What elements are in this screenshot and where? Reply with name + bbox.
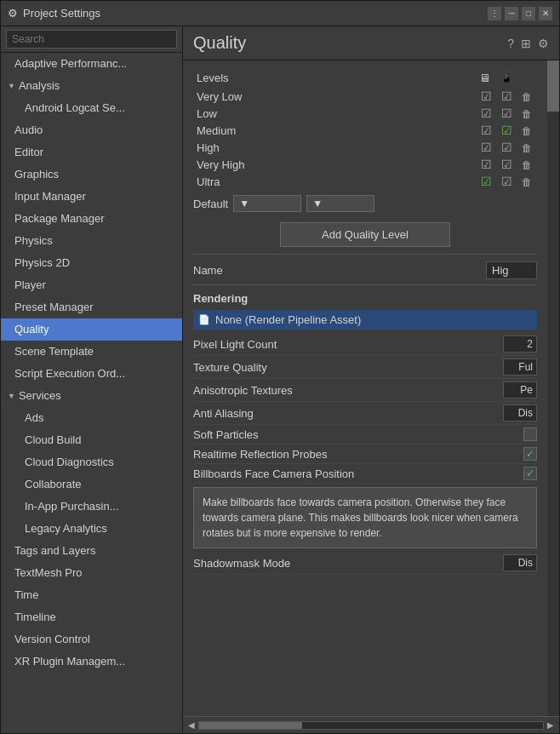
render-pipeline-row[interactable]: 📄 None (Render Pipeline Asset) bbox=[193, 310, 537, 330]
search-input[interactable] bbox=[6, 30, 177, 49]
property-row-anisotropic: Anisotropic Textures Pe bbox=[193, 379, 537, 402]
sidebar-item-package-manager[interactable]: Package Manager bbox=[1, 208, 182, 230]
android-check-ultra[interactable]: ☑ bbox=[496, 173, 517, 190]
android-check-high[interactable]: ☑ bbox=[496, 139, 517, 156]
sidebar-item-adaptive[interactable]: Adaptive Performanc... bbox=[1, 53, 182, 75]
billboards-checkbox[interactable]: ✓ bbox=[523, 467, 537, 480]
android-check-veryhigh[interactable]: ☑ bbox=[496, 156, 517, 173]
rendering-section: Rendering 📄 None (Render Pipeline Asset)… bbox=[193, 292, 537, 484]
pixel-light-label: Pixel Light Count bbox=[193, 338, 503, 351]
more-button[interactable]: ⋮ bbox=[488, 7, 501, 20]
sidebar-item-collaborate[interactable]: Collaborate bbox=[1, 473, 182, 496]
property-row-realtime-reflection: Realtime Reflection Probes ✓ bbox=[193, 444, 537, 464]
default-dropdown-value2: ▼ bbox=[312, 198, 323, 209]
name-label: Name bbox=[193, 264, 486, 277]
sidebar-item-input-manager[interactable]: Input Manager bbox=[1, 186, 182, 208]
content-area: Adaptive Performanc... ▼ Analysis Androi… bbox=[1, 26, 559, 733]
gear-icon: ⚙ bbox=[8, 7, 18, 20]
tooltip-box: Make billboards face towards camera posi… bbox=[193, 487, 537, 548]
sidebar-item-textmesh[interactable]: TextMesh Pro bbox=[1, 562, 182, 584]
pixel-light-value[interactable]: 2 bbox=[503, 335, 537, 353]
sidebar-item-physics[interactable]: Physics bbox=[1, 230, 182, 252]
minimize-button[interactable]: ─ bbox=[505, 7, 518, 20]
shadowmask-value[interactable]: Dis bbox=[503, 554, 537, 571]
default-dropdown-desktop[interactable]: ▼ bbox=[233, 195, 301, 212]
title-bar: ⚙ Project Settings ⋮ ─ □ ✕ bbox=[1, 1, 559, 26]
help-icon[interactable]: ? bbox=[507, 37, 514, 50]
quality-row-medium: Medium ☑ ☑ 🗑 bbox=[193, 122, 537, 139]
default-dropdown-android[interactable]: ▼ bbox=[306, 195, 374, 212]
delete-ultra[interactable]: 🗑 bbox=[517, 173, 537, 190]
sidebar-item-physics2d[interactable]: Physics 2D bbox=[1, 252, 182, 274]
anisotropic-value[interactable]: Pe bbox=[503, 381, 537, 399]
delete-verylow[interactable]: 🗑 bbox=[517, 88, 537, 105]
sidebar-item-audio[interactable]: Audio bbox=[1, 119, 182, 141]
name-value[interactable]: Hig bbox=[486, 261, 537, 279]
search-box bbox=[1, 26, 182, 53]
add-quality-level-button[interactable]: Add Quality Level bbox=[280, 222, 450, 247]
sidebar-item-time[interactable]: Time bbox=[1, 584, 182, 606]
sidebar-item-legacy-analytics[interactable]: Legacy Analytics bbox=[1, 518, 182, 540]
texture-quality-value[interactable]: Ful bbox=[503, 358, 537, 376]
android-check-verylow[interactable]: ☑ bbox=[496, 88, 517, 105]
sidebar-item-ads[interactable]: Ads bbox=[1, 407, 182, 429]
desktop-check-high[interactable]: ☑ bbox=[476, 139, 496, 156]
sidebar-item-quality[interactable]: Quality bbox=[1, 318, 182, 341]
default-label: Default bbox=[193, 198, 228, 210]
scrollbar-thumb[interactable] bbox=[547, 60, 559, 112]
sidebar-item-tags-layers[interactable]: Tags and Layers bbox=[1, 540, 182, 562]
anti-aliasing-label: Anti Aliasing bbox=[193, 407, 503, 420]
main-scroll-area: Levels 🖥 📱 Very Low ☑ ☑ bbox=[183, 60, 547, 716]
levels-col-header: Levels bbox=[193, 69, 476, 88]
sidebar-item-android-logcat[interactable]: Android Logcat Se... bbox=[1, 97, 182, 119]
sidebar-list: Adaptive Performanc... ▼ Analysis Androi… bbox=[1, 53, 182, 733]
anisotropic-label: Anisotropic Textures bbox=[193, 384, 503, 397]
android-check-low[interactable]: ☑ bbox=[496, 105, 517, 122]
default-row: Default ▼ ▼ bbox=[193, 195, 537, 212]
scroll-left-arrow[interactable]: ◀ bbox=[188, 720, 195, 730]
sidebar-item-editor[interactable]: Editor bbox=[1, 141, 182, 163]
sidebar-section-services[interactable]: ▼ Services bbox=[1, 385, 182, 407]
desktop-check-veryhigh[interactable]: ☑ bbox=[476, 156, 496, 173]
close-button[interactable]: ✕ bbox=[539, 7, 552, 20]
delete-high[interactable]: 🗑 bbox=[517, 139, 537, 156]
delete-low[interactable]: 🗑 bbox=[517, 105, 537, 122]
property-row-soft-particles: Soft Particles bbox=[193, 425, 537, 444]
sidebar-item-player[interactable]: Player bbox=[1, 274, 182, 296]
desktop-check-low[interactable]: ☑ bbox=[476, 105, 496, 122]
delete-veryhigh[interactable]: 🗑 bbox=[517, 156, 537, 173]
scroll-track[interactable] bbox=[198, 721, 544, 730]
sidebar-item-cloud-diagnostics[interactable]: Cloud Diagnostics bbox=[1, 451, 182, 473]
anti-aliasing-value[interactable]: Dis bbox=[503, 404, 537, 421]
sidebar-item-in-app[interactable]: In-App Purchasin... bbox=[1, 496, 182, 518]
document-icon: 📄 bbox=[198, 314, 210, 325]
maximize-button[interactable]: □ bbox=[522, 7, 535, 20]
soft-particles-checkbox[interactable] bbox=[523, 427, 537, 441]
desktop-check-medium[interactable]: ☑ bbox=[476, 122, 496, 139]
sidebar-section-analysis[interactable]: ▼ Analysis bbox=[1, 75, 182, 97]
quality-row-veryhigh: Very High ☑ ☑ 🗑 bbox=[193, 156, 537, 173]
check-mark-realtime: ✓ bbox=[526, 448, 534, 460]
delete-medium[interactable]: 🗑 bbox=[517, 122, 537, 139]
desktop-check-ultra[interactable]: ☑ bbox=[476, 173, 496, 190]
desktop-check-verylow[interactable]: ☑ bbox=[476, 88, 496, 105]
sidebar-item-xr-plugin[interactable]: XR Plugin Managem... bbox=[1, 651, 182, 673]
levels-section: Levels 🖥 📱 Very Low ☑ ☑ bbox=[193, 69, 537, 212]
sidebar-item-version-control[interactable]: Version Control bbox=[1, 628, 182, 651]
quality-name-ultra: Ultra bbox=[193, 173, 476, 190]
settings-icon[interactable]: ⚙ bbox=[538, 37, 549, 50]
sidebar-item-script-execution[interactable]: Script Execution Ord... bbox=[1, 363, 182, 385]
sidebar-item-timeline[interactable]: Timeline bbox=[1, 606, 182, 628]
sidebar-item-preset-manager[interactable]: Preset Manager bbox=[1, 296, 182, 318]
android-check-medium[interactable]: ☑ bbox=[496, 122, 517, 139]
sidebar-item-scene-template[interactable]: Scene Template bbox=[1, 341, 182, 363]
name-row: Name Hig bbox=[193, 261, 537, 285]
scroll-right-arrow[interactable]: ▶ bbox=[547, 720, 554, 730]
quality-name-verylow: Very Low bbox=[193, 88, 476, 105]
quality-name-low: Low bbox=[193, 105, 476, 122]
sidebar-item-cloud-build[interactable]: Cloud Build bbox=[1, 429, 182, 451]
vertical-scrollbar[interactable] bbox=[547, 60, 559, 716]
sidebar-item-graphics[interactable]: Graphics bbox=[1, 163, 182, 186]
layout-icon[interactable]: ⊞ bbox=[521, 37, 531, 50]
realtime-reflection-checkbox[interactable]: ✓ bbox=[523, 447, 537, 461]
